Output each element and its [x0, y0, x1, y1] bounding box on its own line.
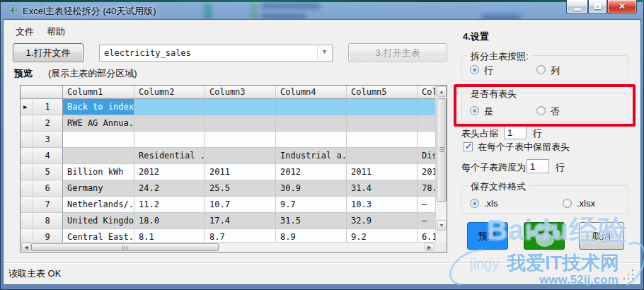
grid-cell[interactable] [418, 115, 436, 132]
grid-cell[interactable] [276, 132, 347, 148]
row-header[interactable]: 2 [21, 115, 63, 132]
grid-cell[interactable] [205, 148, 276, 164]
vertical-scroll-thumb[interactable] [437, 98, 447, 202]
grid-cell[interactable]: 2011 [347, 164, 418, 180]
keep-header-checkbox[interactable]: ✓ [464, 142, 473, 151]
grid-cell[interactable] [276, 115, 347, 132]
grid-cell[interactable]: Germany [63, 180, 134, 197]
scroll-up-icon[interactable]: ▲ [437, 86, 447, 97]
grid-cell[interactable] [134, 99, 205, 115]
grid-cell[interactable] [418, 132, 436, 148]
grid-cell[interactable] [276, 99, 347, 115]
grid-cell[interactable]: 8.9 [276, 229, 347, 243]
grid-cell[interactable]: 2011 [205, 164, 276, 180]
grid-cell[interactable]: 10.7 [205, 197, 276, 213]
grid-cell[interactable] [63, 132, 134, 148]
grid-cell[interactable]: United Kingdom [63, 213, 134, 229]
combobox-dropdown-button[interactable]: ▼ [317, 46, 331, 60]
grid-cell[interactable]: 18.0 [134, 213, 205, 229]
open-file-button[interactable]: 1.打开文件 [13, 43, 84, 62]
radio-split-by-row[interactable] [470, 65, 479, 74]
radio-format-xlsx-label[interactable]: .xlsx [577, 198, 595, 209]
radio-format-xlsx[interactable] [563, 199, 572, 208]
grid-cell[interactable]: — [418, 197, 436, 213]
horizontal-scroll-thumb[interactable] [31, 243, 219, 251]
scroll-left-icon[interactable]: ◀ [21, 243, 31, 251]
grid-cell[interactable]: 2012 [418, 164, 436, 180]
grid-cell[interactable]: Netherlands/... [63, 197, 134, 213]
horizontal-scrollbar[interactable]: ◀ ▶ [21, 242, 436, 252]
span-input[interactable] [527, 159, 549, 173]
grid-cell[interactable]: 9.2 [347, 229, 418, 243]
maximize-button[interactable] [588, 0, 607, 14]
radio-split-by-row-label[interactable]: 行 [484, 64, 493, 77]
cancel-button[interactable]: 取消 [579, 222, 624, 250]
grid-cell[interactable] [63, 148, 134, 164]
grid-cell[interactable] [205, 99, 276, 115]
scroll-down-icon[interactable]: ▼ [437, 220, 447, 231]
header-rows-input[interactable] [504, 125, 527, 139]
grid-cell[interactable]: RWE AG Annua... [63, 115, 134, 132]
grid-cell[interactable] [347, 148, 418, 164]
grid-cell[interactable]: 9.7 [276, 197, 347, 213]
row-header[interactable]: 7 [21, 197, 63, 213]
keep-header-label[interactable]: 在每个子表中保留表头 [478, 141, 570, 153]
radio-format-xls-label[interactable]: .xls [484, 198, 498, 209]
grid-cell[interactable]: 2012 [134, 164, 205, 180]
grid-cell[interactable]: 32.9 [347, 213, 418, 229]
open-master-button[interactable]: 3.打开主表 [348, 43, 447, 62]
row-header[interactable]: ▶1 [21, 99, 63, 115]
row-header[interactable]: 8 [21, 213, 63, 229]
menu-file[interactable]: 文件 [10, 25, 40, 39]
row-header[interactable]: 6 [21, 180, 63, 197]
column-header[interactable]: Column6 [418, 86, 436, 98]
split-button[interactable]: 拆分 [524, 222, 565, 250]
grid-cell[interactable]: Central East... [63, 229, 134, 243]
vertical-scrollbar[interactable]: ▲ ▼ [435, 86, 447, 243]
grid-cell[interactable] [347, 99, 418, 115]
column-header[interactable]: Column5 [347, 86, 418, 98]
grid-cell[interactable] [134, 115, 205, 132]
close-button[interactable]: ✕ [607, 0, 637, 14]
grid-cell[interactable]: 30.9 [276, 180, 347, 197]
grid-cell[interactable]: Back to index [63, 99, 134, 115]
grid-cell[interactable]: Residential ... [134, 148, 205, 164]
radio-split-by-column-label[interactable]: 列 [551, 64, 560, 77]
grid-cell[interactable]: 31.5 [276, 213, 347, 229]
grid-cell[interactable] [347, 115, 418, 132]
grid-cell[interactable]: 25.5 [205, 180, 276, 197]
grid-cell[interactable] [418, 99, 436, 115]
grid-cell[interactable]: 11.2 [134, 197, 205, 213]
grid-cell[interactable] [347, 132, 418, 148]
column-header[interactable]: Column4 [276, 86, 347, 98]
title-bar[interactable]: ✈ Excel主表轻松拆分 (40天试用版) [0, 2, 644, 20]
file-combobox[interactable]: electricity_sales ▼ [99, 45, 333, 62]
grid-cell[interactable]: — [418, 213, 436, 229]
grid-cell[interactable]: 2012 [276, 164, 347, 180]
minimize-button[interactable] [566, 0, 588, 14]
column-header[interactable]: Column1 [63, 86, 134, 98]
grid-cell[interactable] [205, 115, 276, 132]
grid-cell[interactable]: Industrial a... [276, 148, 347, 164]
grid-cell[interactable]: Dist [418, 148, 436, 164]
column-header[interactable]: Column2 [134, 86, 205, 98]
grid-cell[interactable] [205, 132, 276, 148]
row-header[interactable]: 9 [21, 229, 63, 243]
radio-split-by-column[interactable] [536, 65, 546, 74]
grid-cell[interactable]: 17.4 [205, 213, 276, 229]
grid-cell[interactable]: 24.2 [134, 180, 205, 197]
grid-cell[interactable]: 78.4 [418, 180, 436, 197]
radio-format-xls[interactable] [470, 199, 479, 208]
grid-cell[interactable]: 8.7 [205, 229, 276, 243]
grid-cell[interactable]: 31.4 [347, 180, 418, 197]
grid-cell[interactable]: 10.3 [347, 197, 418, 213]
grid-cell[interactable] [134, 132, 205, 148]
row-header[interactable]: 3 [21, 132, 63, 148]
row-header[interactable]: 5 [21, 164, 63, 180]
grid-cell[interactable]: 8.1 [134, 229, 205, 243]
grid-corner-cell[interactable] [21, 86, 63, 98]
row-header[interactable]: 4 [21, 148, 63, 164]
column-header[interactable]: Column3 [205, 86, 276, 98]
scroll-right-icon[interactable]: ▶ [425, 243, 435, 251]
grid-cell[interactable]: 6.1 [418, 229, 436, 243]
